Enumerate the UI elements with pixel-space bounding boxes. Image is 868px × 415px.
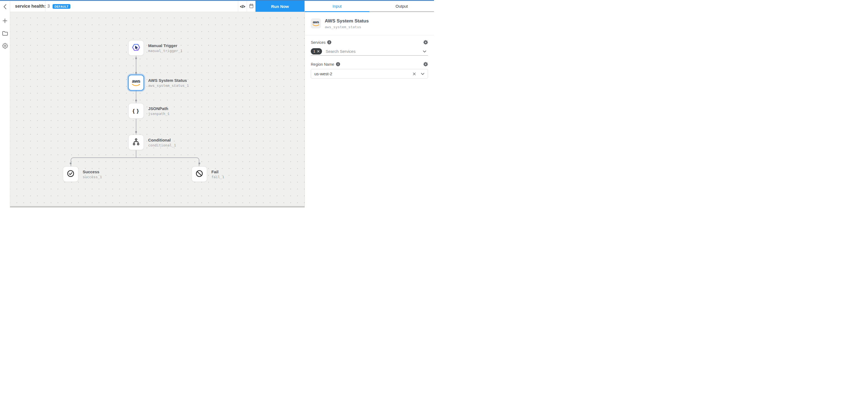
services-label: Services	[311, 40, 326, 44]
gear-icon[interactable]	[423, 40, 428, 44]
panel-subtitle: aws_system_status	[325, 25, 369, 29]
gear-icon[interactable]	[423, 62, 428, 66]
tab-input[interactable]: Input	[305, 1, 369, 12]
tab-output[interactable]: Output	[369, 1, 434, 12]
edge-handle	[135, 131, 137, 133]
edge-branch-bracket	[71, 157, 199, 166]
back-icon	[4, 4, 7, 10]
edge-handle	[135, 58, 137, 59]
canvas-horizontal-scrollbar[interactable]	[10, 206, 305, 208]
info-icon[interactable]	[327, 40, 331, 44]
node-success-box[interactable]	[63, 166, 79, 182]
chevron-down-icon[interactable]	[421, 73, 425, 75]
node-id: manual_trigger_1	[148, 49, 182, 53]
node-label: AWS System Status aws_system_status_1	[148, 75, 189, 91]
node-fail: Fail fail_1	[191, 166, 224, 182]
node-title: Conditional	[148, 138, 176, 142]
services-count-chip[interactable]: 1	[311, 48, 322, 55]
panel-divider	[305, 35, 434, 35]
services-field: Services	[305, 40, 434, 56]
edge-handle	[135, 72, 137, 74]
add-icon	[2, 18, 8, 25]
code-icon: </>	[240, 4, 245, 9]
node-fail-box[interactable]	[191, 166, 207, 182]
calendar-icon	[249, 3, 254, 9]
region-field: Region Name	[305, 62, 434, 78]
region-label-row: Region Name	[311, 62, 428, 66]
node-conditional-box[interactable]	[128, 134, 144, 150]
panel-tabs: Input Output	[305, 1, 434, 12]
node-manual-trigger-box[interactable]	[128, 40, 144, 56]
node-label: Success success_1	[83, 166, 102, 182]
braces-icon: { }	[132, 108, 140, 114]
node-success: Success success_1	[63, 166, 102, 182]
clear-icon[interactable]	[413, 72, 416, 75]
no-entry-icon	[195, 169, 204, 179]
folder-button[interactable]	[0, 29, 10, 39]
node-jsonpath-box[interactable]: { }	[128, 103, 144, 119]
top-bar: service health: 3 DEFAULT </> Run Now	[10, 1, 305, 12]
aws-icon: aws	[132, 79, 141, 87]
node-label: Fail fail_1	[211, 166, 224, 182]
node-id: conditional_1	[148, 143, 176, 147]
node-title: Success	[83, 169, 102, 174]
node-id: jsonpath_1	[148, 112, 169, 116]
left-sidebar	[0, 1, 10, 208]
workflow-editor: service health: 3 DEFAULT </> Run Now	[0, 0, 434, 208]
node-title: Fail	[211, 169, 224, 174]
node-label: Conditional conditional_1	[148, 134, 176, 150]
workflow-title-group: service health: 3 DEFAULT	[10, 1, 45, 12]
services-select[interactable]: 1 Search Services	[311, 47, 428, 56]
panel-header: aws AWS System Status aws_system_status	[305, 12, 434, 29]
region-label: Region Name	[311, 62, 334, 66]
schedule-button[interactable]	[247, 1, 255, 12]
back-button[interactable]	[0, 2, 10, 12]
node-title: Manual Trigger	[148, 43, 182, 48]
panel-header-text: AWS System Status aws_system_status	[325, 18, 369, 29]
branch-icon	[132, 138, 140, 147]
add-button[interactable]	[0, 17, 10, 26]
chevron-down-icon[interactable]	[423, 51, 426, 53]
edge-handle	[135, 100, 137, 101]
region-input[interactable]	[314, 71, 413, 76]
workflow-canvas[interactable]: Manual Trigger manual_trigger_1 aws AWS …	[10, 12, 305, 208]
node-title: AWS System Status	[148, 78, 189, 83]
services-label-row: Services	[311, 40, 428, 44]
node-label: JSONPath jsonpath_1	[148, 103, 169, 119]
node-id: aws_system_status_1	[148, 84, 189, 88]
topbar-spacer	[45, 1, 238, 12]
services-placeholder: Search Services	[326, 49, 355, 54]
gear-icon	[2, 43, 8, 50]
info-icon[interactable]	[336, 62, 340, 66]
node-manual-trigger: Manual Trigger manual_trigger_1	[128, 40, 182, 56]
node-id: fail_1	[211, 175, 224, 179]
node-conditional: Conditional conditional_1	[128, 134, 176, 150]
node-title: JSONPath	[148, 106, 169, 111]
edge-handle	[70, 163, 71, 164]
config-panel: Input Output aws AWS System Status aws_s…	[305, 1, 434, 208]
manual-trigger-icon	[132, 43, 141, 52]
node-aws-system-status-box[interactable]: aws	[128, 75, 144, 91]
workflow-title: service health:	[15, 4, 46, 9]
folder-icon	[2, 31, 8, 37]
chip-count: 1	[313, 49, 315, 53]
region-select	[311, 69, 428, 78]
code-view-button[interactable]: </>	[238, 1, 247, 12]
panel-title: AWS System Status	[325, 18, 369, 24]
edge-handle	[198, 163, 200, 164]
node-id: success_1	[83, 175, 102, 179]
settings-button[interactable]	[0, 42, 10, 51]
run-now-button[interactable]: Run Now	[255, 1, 305, 12]
node-aws-system-status: aws AWS System Status aws_system_status_…	[128, 75, 189, 91]
app-tile: aws	[311, 18, 321, 29]
chip-remove-icon[interactable]	[317, 50, 319, 53]
aws-icon: aws	[312, 20, 319, 27]
node-jsonpath: { } JSONPath jsonpath_1	[128, 103, 169, 119]
node-label: Manual Trigger manual_trigger_1	[148, 40, 182, 56]
check-circle-icon	[66, 169, 75, 179]
edge-conditional-stem	[136, 150, 136, 158]
